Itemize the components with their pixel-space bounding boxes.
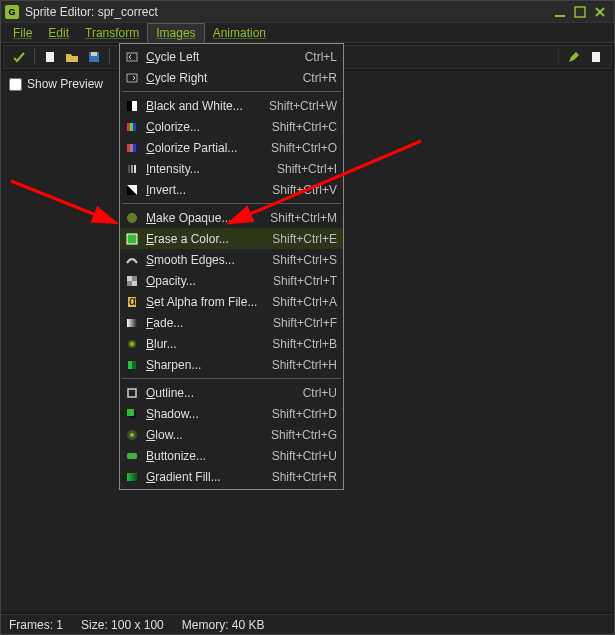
menu-item-set-alpha-from-file[interactable]: αSet Alpha from File...Shift+Ctrl+A — [120, 291, 343, 312]
menu-item-make-opaque[interactable]: Make Opaque...Shift+Ctrl+M — [120, 207, 343, 228]
menu-item-outline[interactable]: Outline...Ctrl+U — [120, 382, 343, 403]
menu-item-shortcut: Shift+Ctrl+E — [267, 232, 337, 246]
menu-item-shortcut: Shift+Ctrl+T — [267, 274, 337, 288]
svg-rect-7 — [592, 52, 600, 62]
menu-item-label: Set Alpha from File... — [146, 295, 267, 309]
menu-item-shortcut: Shift+Ctrl+G — [267, 428, 337, 442]
menu-item-shadow[interactable]: Shadow...Shift+Ctrl+D — [120, 403, 343, 424]
status-memory: Memory: 40 KB — [182, 618, 265, 632]
svg-rect-26 — [127, 276, 132, 281]
glow-icon — [124, 427, 140, 443]
menu-item-sharpen[interactable]: Sharpen...Shift+Ctrl+H — [120, 354, 343, 375]
menu-item-gradient-fill[interactable]: Gradient Fill...Shift+Ctrl+R — [120, 466, 343, 487]
menu-item-label: Colorize... — [146, 120, 267, 134]
menu-item-shortcut: Shift+Ctrl+R — [267, 470, 337, 484]
menu-item-black-and-white[interactable]: Black and White...Shift+Ctrl+W — [120, 95, 343, 116]
edit-button[interactable] — [565, 48, 583, 66]
menu-item-intensity[interactable]: Intensity...Shift+Ctrl+I — [120, 158, 343, 179]
blank-doc-button[interactable] — [587, 48, 605, 66]
menu-item-shortcut: Shift+Ctrl+C — [267, 120, 337, 134]
svg-rect-15 — [127, 144, 130, 152]
svg-point-39 — [130, 433, 134, 437]
menu-edit[interactable]: Edit — [40, 23, 77, 42]
menu-item-label: Intensity... — [146, 162, 267, 176]
close-button[interactable] — [590, 4, 610, 20]
svg-point-22 — [127, 213, 137, 223]
menu-item-label: Glow... — [146, 428, 267, 442]
menu-item-opacity[interactable]: Opacity...Shift+Ctrl+T — [120, 270, 343, 291]
svg-rect-19 — [131, 165, 133, 173]
opaque-icon — [124, 210, 140, 226]
menu-transform[interactable]: Transform — [77, 23, 147, 42]
menu-separator — [122, 378, 341, 379]
svg-rect-12 — [127, 123, 130, 131]
menu-item-label: Outline... — [146, 386, 267, 400]
menu-item-erase-a-color[interactable]: Erase a Color...Shift+Ctrl+E — [120, 228, 343, 249]
cycle-right-icon — [124, 70, 140, 86]
menu-item-shortcut: Shift+Ctrl+V — [267, 183, 337, 197]
svg-rect-1 — [575, 7, 585, 17]
menu-images[interactable]: Images — [147, 23, 204, 42]
sharpen-icon — [124, 357, 140, 373]
svg-rect-35 — [128, 389, 136, 397]
menu-item-label: Smooth Edges... — [146, 253, 267, 267]
svg-rect-40 — [127, 453, 137, 459]
svg-rect-33 — [128, 361, 132, 369]
menu-item-label: Shadow... — [146, 407, 267, 421]
menu-separator — [122, 91, 341, 92]
title-bar: G Sprite Editor: spr_correct — [1, 1, 614, 23]
menu-item-label: Cycle Left — [146, 50, 267, 64]
menu-item-fade[interactable]: Fade...Shift+Ctrl+F — [120, 312, 343, 333]
svg-rect-34 — [132, 361, 136, 369]
shadow-icon — [124, 406, 140, 422]
menu-item-shortcut: Shift+Ctrl+O — [267, 141, 337, 155]
show-preview-input[interactable] — [9, 78, 22, 91]
status-bar: Frames: 1 Size: 100 x 100 Memory: 40 KB — [1, 614, 614, 634]
menu-item-label: Black and White... — [146, 99, 267, 113]
menu-item-blur[interactable]: Blur...Shift+Ctrl+B — [120, 333, 343, 354]
new-button[interactable] — [41, 48, 59, 66]
menu-animation[interactable]: Animation — [205, 23, 274, 42]
menu-file[interactable]: File — [5, 23, 40, 42]
menu-item-colorize[interactable]: Colorize...Shift+Ctrl+C — [120, 116, 343, 137]
menu-item-buttonize[interactable]: Buttonize...Shift+Ctrl+U — [120, 445, 343, 466]
show-preview-checkbox[interactable]: Show Preview — [9, 77, 103, 91]
gradient-icon — [124, 469, 140, 485]
menu-item-label: Fade... — [146, 316, 267, 330]
svg-rect-30 — [127, 319, 137, 327]
menu-item-smooth-edges[interactable]: Smooth Edges...Shift+Ctrl+S — [120, 249, 343, 270]
menu-item-label: Blur... — [146, 337, 267, 351]
intensity-icon — [124, 161, 140, 177]
svg-rect-20 — [134, 165, 136, 173]
invert-icon — [124, 182, 140, 198]
save-button[interactable] — [85, 48, 103, 66]
menu-item-shortcut: Shift+Ctrl+F — [267, 316, 337, 330]
svg-rect-16 — [130, 144, 133, 152]
status-size: Size: 100 x 100 — [81, 618, 164, 632]
menu-item-shortcut: Ctrl+L — [267, 50, 337, 64]
menu-item-invert[interactable]: Invert...Shift+Ctrl+V — [120, 179, 343, 200]
menu-item-shortcut: Shift+Ctrl+H — [267, 358, 337, 372]
confirm-button[interactable] — [10, 48, 28, 66]
menu-item-colorize-partial[interactable]: Colorize Partial...Shift+Ctrl+O — [120, 137, 343, 158]
menu-item-label: Sharpen... — [146, 358, 267, 372]
maximize-button[interactable] — [570, 4, 590, 20]
menu-item-label: Opacity... — [146, 274, 267, 288]
separator — [109, 49, 110, 65]
minimize-button[interactable] — [550, 4, 570, 20]
svg-rect-18 — [128, 165, 130, 173]
svg-rect-6 — [91, 52, 97, 56]
blur-icon — [124, 336, 140, 352]
alpha-file-icon: α — [124, 294, 140, 310]
menu-item-cycle-left[interactable]: Cycle LeftCtrl+L — [120, 46, 343, 67]
svg-rect-4 — [46, 52, 54, 62]
smooth-icon — [124, 252, 140, 268]
menu-item-label: Colorize Partial... — [146, 141, 267, 155]
menu-item-cycle-right[interactable]: Cycle RightCtrl+R — [120, 67, 343, 88]
menu-item-label: Buttonize... — [146, 449, 267, 463]
open-button[interactable] — [63, 48, 81, 66]
menu-item-label: Erase a Color... — [146, 232, 267, 246]
menu-item-glow[interactable]: Glow...Shift+Ctrl+G — [120, 424, 343, 445]
menu-bar: File Edit Transform Images Animation — [1, 23, 614, 43]
svg-rect-13 — [130, 123, 133, 131]
